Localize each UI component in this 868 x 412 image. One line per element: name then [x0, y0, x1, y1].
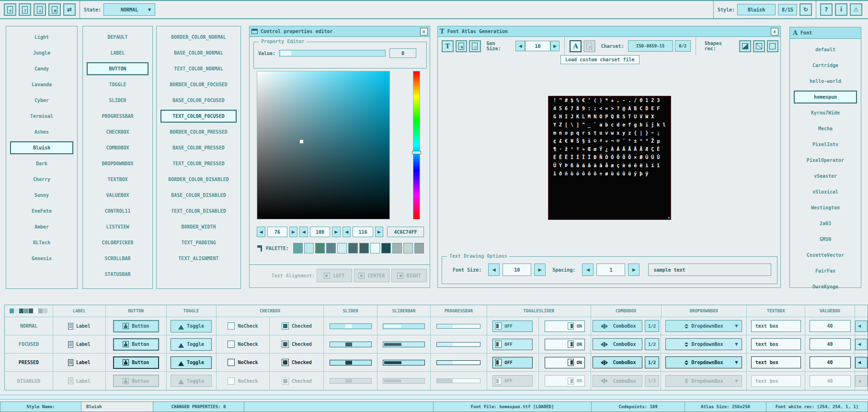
list-item-valuebox[interactable]: VALUEBOX: [87, 189, 148, 202]
shapes-rec-fill-button[interactable]: [739, 40, 751, 52]
green-value[interactable]: 108: [310, 227, 330, 237]
preview-spinner-partial[interactable]: ◀: [855, 357, 868, 368]
style-name-button[interactable]: Bluish: [737, 4, 776, 15]
list-item-terminal[interactable]: Terminal: [10, 110, 73, 123]
list-item-vseaster[interactable]: vSeaster: [794, 170, 857, 183]
font-size-increment-button[interactable]: ▶: [534, 263, 546, 276]
export-atlas-image-button[interactable]: ▫: [469, 40, 481, 52]
list-item-border-color-pressed[interactable]: BORDER_COLOR_PRESSED: [160, 126, 237, 138]
help-button[interactable]: ?: [820, 3, 833, 16]
list-item-scrollbar[interactable]: SCROLLBAR: [87, 252, 148, 265]
style-name-input[interactable]: Bluish: [81, 401, 153, 412]
list-item-textbox[interactable]: TEXTBOX: [87, 173, 148, 186]
preview-spinner-partial[interactable]: ◀: [855, 375, 868, 387]
color-swatch[interactable]: [14, 309, 19, 313]
red-increment-button[interactable]: ▶: [289, 227, 298, 237]
list-item-colorpicker[interactable]: COLORPICKER: [87, 236, 148, 249]
preview-button[interactable]: Button: [113, 356, 159, 369]
preview-sliderbar[interactable]: [383, 378, 425, 384]
hex-value-box[interactable]: 4C6C74FF: [387, 227, 424, 237]
preview-spinner-partial[interactable]: ◀: [855, 320, 868, 332]
list-item-cartridge[interactable]: Cartridge: [794, 59, 857, 72]
list-item-westington[interactable]: Westington: [794, 201, 857, 214]
preview-valuebox[interactable]: 40: [810, 338, 851, 350]
red-value[interactable]: 76: [267, 227, 287, 237]
load-charset-button[interactable]: A: [570, 40, 582, 52]
preview-button[interactable]: Button: [113, 375, 159, 387]
color-swatch[interactable]: [348, 243, 358, 253]
save-style-file-button[interactable]: ↓: [34, 3, 46, 16]
list-item-progressbar[interactable]: PROGRESSBAR: [87, 110, 148, 123]
combobox-counter[interactable]: 1/2: [645, 375, 659, 387]
preview-sliderbar[interactable]: [383, 360, 425, 366]
charset-value[interactable]: ISO-8859-15: [628, 40, 673, 52]
color-swatch[interactable]: [315, 243, 325, 253]
list-item-sunny[interactable]: Sunny: [10, 189, 73, 202]
load-style-file-button[interactable]: ↑: [19, 3, 31, 16]
list-item-enefete[interactable]: EneFete: [10, 205, 73, 217]
list-item-amber[interactable]: Amber: [10, 220, 73, 233]
color-swatch[interactable]: [359, 243, 369, 253]
align-center-button[interactable]: CENTER: [354, 269, 389, 282]
spacing-increment-button[interactable]: ▶: [628, 263, 640, 276]
preview-checkbox-checked[interactable]: Checked: [282, 359, 312, 366]
list-item-light[interactable]: Light: [10, 31, 73, 44]
list-item-kyrou7wide[interactable]: Kyrou7Wide: [794, 106, 857, 119]
blue-value[interactable]: 116: [353, 227, 373, 237]
font-text-button[interactable]: T: [442, 40, 454, 52]
list-item-base-color-normal[interactable]: BASE_COLOR_NORMAL: [160, 46, 237, 59]
list-item-pixeloperator[interactable]: PixelOperator: [794, 154, 857, 167]
color-swatch[interactable]: [43, 309, 47, 313]
preview-slider[interactable]: [330, 342, 372, 347]
green-decrement-button[interactable]: ◀: [299, 227, 308, 237]
red-decrement-button[interactable]: ◀: [257, 227, 265, 237]
preview-toggleslider-off[interactable]: OFF: [492, 375, 533, 387]
preview-textbox[interactable]: text box: [751, 338, 801, 350]
preview-sliderbar[interactable]: [383, 342, 425, 347]
preview-toggle[interactable]: Toggle: [171, 375, 212, 387]
preview-textbox[interactable]: text box: [751, 375, 801, 387]
list-item-checkbox[interactable]: CHECKBOX: [87, 126, 148, 138]
list-item-button[interactable]: BUTTON: [87, 62, 148, 75]
unload-charset-button[interactable]: x: [583, 40, 595, 52]
preview-checkbox-unchecked[interactable]: NoCheck: [228, 322, 258, 330]
preview-combobox[interactable]: ComboBox: [593, 320, 642, 332]
gen-size-decrement-button[interactable]: ◀: [515, 41, 525, 51]
list-item-border-color-disabled[interactable]: BORDER_COLOR_DISABLED: [160, 173, 237, 186]
preview-slider[interactable]: [330, 378, 372, 384]
list-item-fairfax[interactable]: FairFax: [794, 264, 857, 277]
list-item-dark[interactable]: Dark: [10, 157, 73, 170]
slider-handle[interactable]: [281, 51, 291, 56]
list-item-cherry[interactable]: Cherry: [10, 173, 73, 186]
list-item-bluish[interactable]: Bluish: [10, 141, 73, 154]
color-swatch[interactable]: [38, 309, 43, 313]
list-item-base-color-disabled[interactable]: BASE_COLOR_DISABLED: [160, 189, 237, 202]
combobox-counter[interactable]: 1/2: [645, 338, 659, 350]
green-increment-button[interactable]: ▶: [332, 227, 341, 237]
charset-count[interactable]: 0/2: [675, 40, 691, 52]
preview-toggle[interactable]: Toggle: [171, 320, 212, 332]
color-swatch[interactable]: [24, 309, 28, 313]
close-icon[interactable]: x: [771, 28, 778, 35]
list-item-pixelintv[interactable]: PixelIntv: [794, 138, 857, 151]
blue-decrement-button[interactable]: ◀: [343, 227, 351, 237]
window-titlebar[interactable]: Control properties editor x: [250, 26, 430, 37]
list-item-text-alignment[interactable]: TEXT_ALIGNMENT: [160, 252, 237, 265]
slider-handle[interactable]: [345, 324, 352, 328]
preview-toggleslider-off[interactable]: OFF: [492, 357, 533, 368]
list-item-default[interactable]: DEFAULT: [87, 31, 148, 44]
shapes-rec-outline-button[interactable]: [767, 40, 779, 52]
state-dropdown[interactable]: NORMAL ▼: [103, 3, 155, 16]
list-item-text-color-focused[interactable]: TEXT_COLOR_FOCUSED: [160, 110, 237, 123]
preview-valuebox[interactable]: 40: [810, 320, 851, 332]
color-swatch[interactable]: [293, 243, 303, 253]
preview-toggle[interactable]: Toggle: [171, 356, 212, 369]
slider-handle[interactable]: [345, 361, 352, 365]
preview-dropdownbox[interactable]: DropdownBox▼: [665, 356, 742, 368]
color-swatch[interactable]: [326, 243, 336, 253]
preview-textbox[interactable]: text box: [751, 320, 801, 332]
color-swatch[interactable]: [370, 243, 380, 253]
list-item-text-color-pressed[interactable]: TEXT_COLOR_PRESSED: [160, 157, 237, 170]
color-swatch[interactable]: [414, 243, 424, 253]
preview-textbox[interactable]: text box: [751, 356, 801, 368]
